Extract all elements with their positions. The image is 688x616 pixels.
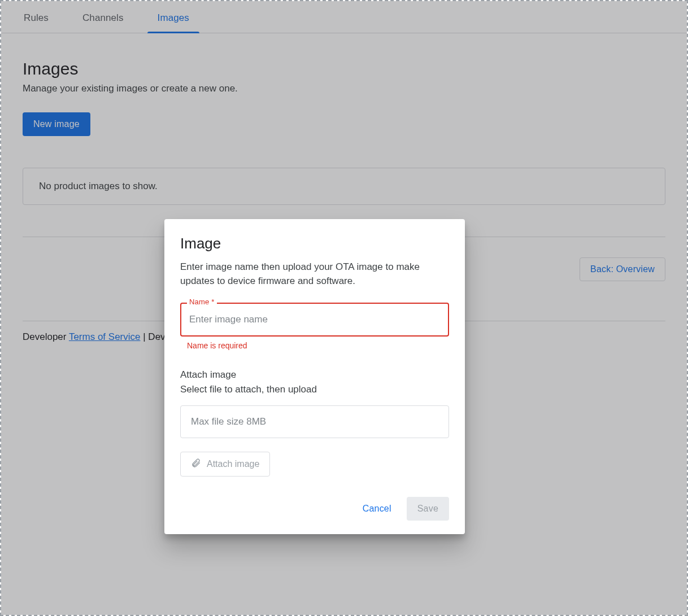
attach-image-label: Attach image: [207, 459, 259, 469]
paperclip-icon: [191, 458, 201, 470]
dialog-description: Enter image name then upload your OTA im…: [180, 260, 449, 288]
image-dialog: Image Enter image name then upload your …: [164, 219, 465, 534]
dialog-title: Image: [180, 235, 449, 252]
attach-image-button[interactable]: Attach image: [180, 452, 270, 477]
attach-subtext: Select file to attach, then upload: [180, 384, 449, 395]
attach-heading: Attach image: [180, 369, 449, 381]
name-label: Name *: [187, 298, 217, 306]
cancel-button[interactable]: Cancel: [352, 497, 402, 521]
name-input[interactable]: [180, 303, 449, 337]
name-error: Name is required: [187, 341, 449, 350]
name-field: Name *: [180, 303, 449, 337]
file-drop-area[interactable]: Max file size 8MB: [180, 405, 449, 438]
save-button: Save: [407, 497, 449, 521]
